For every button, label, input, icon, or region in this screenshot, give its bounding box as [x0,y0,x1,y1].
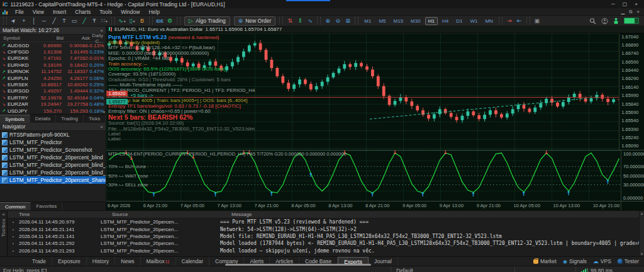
rectangle-tool-icon[interactable]: ▭ [70,16,79,25]
market-watch-row[interactable]: ↘EURHKD9.181999.184220.20% [0,62,106,68]
algo-trading-button[interactable]: ▷Algo Trading [184,16,230,26]
zoom-in-icon[interactable]: ⊕ [323,16,332,25]
column-symbol[interactable]: Symbol [0,35,38,41]
close-icon[interactable]: × [100,124,103,130]
close-icon[interactable]: × [2,212,5,217]
zigzag-indicator-icon[interactable]: ∿ [306,16,314,25]
bottom-tab-news[interactable]: News [115,257,140,266]
log-scrollbar[interactable]: ▲▼ [639,211,644,256]
tab-details[interactable]: Details [30,115,56,123]
timeframe-m30[interactable]: M30 [408,17,424,25]
log-column-source[interactable]: Source [112,212,231,217]
tile-windows-icon[interactable]: ⊞ [343,16,352,25]
tab-trading[interactable]: Trading [56,115,84,123]
profile-indicator[interactable]: Default [391,266,514,272]
child-control[interactable]: ▁ [621,9,625,15]
menu-insert[interactable]: Insert [48,9,70,15]
market-watch-row[interactable]: ↗EURPLN4.242504.261770.06% [0,75,106,81]
column-ask[interactable]: Ask [64,35,90,41]
menu-tools[interactable]: Tools [95,9,116,15]
account-icon[interactable] [601,18,608,25]
tab-ticks[interactable]: Ticks [84,115,106,123]
dropdown-caret-icon[interactable]: ▾ [106,19,108,23]
dropdown-caret-icon[interactable]: ▾ [124,19,126,23]
bottom-tab-mailbox[interactable]: Mailbox11 [141,257,176,266]
screenshot-icon[interactable]: ▣ [533,16,541,25]
timeframe-m5[interactable]: M5 [375,17,389,25]
navigator-item[interactable]: LSTM_MTF_Predictor_20percent_blind_retra… [0,169,106,176]
market-watch-row[interactable]: ↘CHFSGD1.613081.614950.23% [0,48,106,55]
timeframe-w1[interactable]: W1 [467,17,480,25]
channel-tool-icon[interactable]: ╱ [80,16,89,25]
ide-icon[interactable]: IDE [155,16,164,25]
price-axis[interactable]: 1.670401.668901.667401.665901.664401.662… [619,33,644,150]
timeframe-m15[interactable]: M15 [391,17,407,25]
log-row[interactable]: •2026.04.11 14:45:21.141LSTM_MTF_Predict… [8,225,644,232]
market-watch-row[interactable]: ↗USDJPY159.270159.2930.18% [0,108,106,114]
column-bid[interactable]: Bid [38,35,64,41]
metaeditor-gear-icon[interactable]: ⚙ [165,16,174,25]
candle-chart-type-icon[interactable]: ▯▾ [128,16,136,25]
market-watch-row[interactable]: ↗AUDSGD0.899900.90086-0.13% [0,42,106,48]
child-control[interactable]: × [637,9,640,15]
bottom-tab-exposure[interactable]: Exposure [52,257,87,266]
timeframe-h4[interactable]: H4 [439,17,452,25]
auto-scroll-icon[interactable]: ⇤ [515,16,524,25]
navigator-item[interactable]: LSTM_MTF_Predictor_20percent_Shanon [0,176,106,184]
log-rows[interactable]: •2026.04.11 14:45:20.979LSTM_MTF_Predict… [8,218,644,254]
indicator-axis[interactable]: 100.00000070.00000050.00000030.0000000.0… [621,150,644,201]
line-chart-type-icon[interactable]: ∿▾ [118,16,126,25]
tab-favorites[interactable]: Favorites [31,202,62,210]
navigator-item[interactable]: LSTM_MTF_Predictor_20percent_blind [0,154,106,161]
horizontal-scrollbar-thumb[interactable] [225,264,371,266]
indicator-subwindow[interactable]: ↓↓↓↓↓↓↓↓↓↓↑↑↑↑↑↑↑↑↑↑ MTF-LSTM-ENT(PERIOD… [106,150,621,201]
new-order-button[interactable]: ⊕New Order [234,16,276,26]
log-row[interactable]: •2026.04.11 14:45:21.292LSTM_MTF_Predict… [8,240,644,247]
menu-help[interactable]: Help [144,9,164,15]
search-icon[interactable] [589,18,596,25]
market-depth-icon[interactable]: ‖ [296,16,304,25]
service-market[interactable]: Market [533,258,557,264]
service-tester[interactable]: Tester [618,258,639,264]
crosshair-icon[interactable]: + [19,16,28,25]
text-tool-icon[interactable]: T [60,16,69,25]
log-column-message[interactable]: Message [231,212,644,217]
child-control[interactable]: ⧉ [629,9,632,15]
fibonacci-tool-icon[interactable]: Ŧ [90,16,99,25]
market-watch-row[interactable]: ↘EURTRY52.1967852.491640.04% [0,94,106,101]
bar-chart-type-icon[interactable]: B [138,16,147,25]
menu-view[interactable]: View [28,9,48,15]
navigator-item[interactable]: RTS5Pattern-profi-900XL [0,131,106,139]
tab-symbols[interactable]: Symbols [0,115,30,123]
timeframe-h1[interactable]: H1 [425,17,438,25]
timeframe-d1[interactable]: D1 [453,17,465,25]
market-watch-row[interactable]: ↘EURSEK10.8651710.892420.25% [0,81,106,88]
market-watch-row[interactable]: ↘EURSGD1.492971.494440.32% [0,88,106,94]
log-column-time[interactable]: Time [8,212,112,217]
chart-shift-icon[interactable]: ⇥ [505,16,514,25]
cursor-icon[interactable]: ➤ [9,16,18,25]
market-watch-row[interactable]: ↘EURZAR19.2494719.277580.48% [0,101,106,108]
tick-chart-icon[interactable]: ⇅ [286,16,294,25]
tab-common[interactable]: Common [0,202,31,210]
log-columns[interactable]: TimeSourceMessage [8,211,644,218]
market-watch-columns[interactable]: Symbol Bid Ask Daily C... [0,35,106,42]
menu-charts[interactable]: Charts [70,9,95,15]
market-watch-row[interactable]: ↘EURDKK7.471917.47282-0.01% [0,55,106,62]
window-control-maximize[interactable]: ▢ [623,1,628,7]
service-vps[interactable]: ☁VPS [593,258,611,264]
log-row[interactable]: •2026.04.11 14:45:21.293LSTM_MTF_Predict… [8,247,644,254]
time-axis[interactable]: 6 Apr 20266 Apr 21:007 Apr 05:007 Apr 13… [106,201,621,210]
connection-latency[interactable]: 99.80 ms [575,266,644,272]
vertical-line-icon[interactable]: │ [30,16,38,25]
window-control-minimize[interactable]: ─ [611,1,615,7]
log-row[interactable]: •2026.04.11 14:45:20.979LSTM_MTF_Predict… [8,218,644,225]
trendline-icon[interactable]: ╱ [50,16,58,25]
candlestick-plot[interactable]: Pure MTF LSTM v5.23 (reviewed & hardened… [106,33,619,150]
zoom-out-icon[interactable]: ⊖ [333,16,342,25]
menu-window[interactable]: Window [116,9,144,15]
dropdown-caret-icon[interactable]: ▾ [133,19,135,23]
service-signals[interactable]: ◉Signals [563,258,587,264]
navigator-item[interactable]: LSTM_MTF_Predictor [0,139,106,146]
timeframe-mn[interactable]: MN [482,17,496,25]
